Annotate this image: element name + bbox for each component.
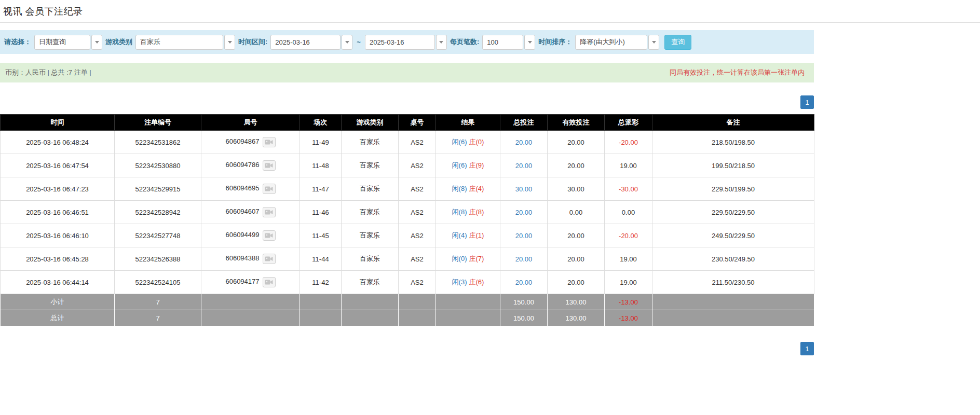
page-size-value[interactable]: 100: [482, 35, 523, 50]
col-game-type: 游戏类别: [342, 115, 399, 131]
subtotal-valid-bet: 130.00: [548, 294, 605, 310]
page-header: 视讯 会员下注纪录: [0, 0, 980, 23]
query-type-label: 请选择：: [4, 37, 31, 47]
cell-bet-id: 522342529915: [115, 177, 201, 201]
subtotal-row: 小计 7 150.00 130.00 -13.00: [1, 294, 814, 310]
result-player: 闲(3): [452, 278, 467, 286]
date-to-select[interactable]: 2025-03-16: [365, 35, 447, 50]
cell-session: 11-46: [300, 201, 342, 224]
result-banker: 庄(4): [469, 185, 484, 192]
cell-round-id: 606094695: [201, 177, 300, 201]
cell-result: 闲(3)庄(6): [436, 271, 500, 294]
result-banker: 庄(9): [469, 161, 484, 169]
sort-value[interactable]: 降幂(由大到小): [575, 35, 647, 50]
cell-remark: 199.50/218.50: [652, 154, 814, 177]
cell-total-bet[interactable]: 30.00: [500, 177, 548, 201]
page-button-1[interactable]: 1: [800, 95, 814, 109]
total-valid-bet: 130.00: [548, 310, 605, 326]
cell-round-id: 606094499: [201, 224, 300, 247]
result-banker: 庄(7): [469, 255, 484, 262]
cell-time: 2025-03-16 06:48:24: [1, 131, 115, 154]
video-icon[interactable]: [263, 230, 276, 241]
cell-total-bet[interactable]: 20.00: [500, 154, 548, 177]
cell-game-type: 百家乐: [342, 154, 399, 177]
round-id-text: 606094177: [225, 278, 259, 285]
video-icon[interactable]: [263, 277, 276, 287]
table-row: 2025-03-16 06:48:24 522342531862 6060948…: [1, 131, 814, 154]
cell-round-id: 606094607: [201, 201, 300, 224]
col-table-no: 桌号: [399, 115, 436, 131]
chevron-down-icon[interactable]: [648, 35, 659, 50]
cell-table-no: AS2: [399, 271, 436, 294]
game-type-value[interactable]: 百家乐: [135, 35, 223, 50]
video-icon[interactable]: [263, 254, 276, 264]
pagination-bottom: 1: [0, 342, 814, 355]
col-round-id: 局号: [201, 115, 300, 131]
col-bet-id: 注单编号: [115, 115, 201, 131]
video-icon[interactable]: [263, 184, 276, 194]
video-icon[interactable]: [263, 137, 276, 147]
cell-total-bet[interactable]: 20.00: [500, 247, 548, 271]
cell-bet-id: 522342531862: [115, 131, 201, 154]
valid-bet-notice: 同局有效投注，统一计算在该局第一张注单内: [670, 68, 809, 77]
cell-payout: -20.00: [605, 131, 652, 154]
col-payout: 总派彩: [605, 115, 652, 131]
cell-total-bet[interactable]: 20.00: [500, 271, 548, 294]
chevron-down-icon[interactable]: [224, 35, 235, 50]
result-player: 闲(4): [452, 231, 467, 239]
chevron-down-icon[interactable]: [91, 35, 102, 50]
page-size-select[interactable]: 100: [482, 35, 535, 50]
chevron-down-icon[interactable]: [524, 35, 535, 50]
chevron-down-icon[interactable]: [436, 35, 447, 50]
cell-valid-bet: 20.00: [548, 224, 605, 247]
result-player: 闲(6): [452, 161, 467, 169]
cell-bet-id: 522342524105: [115, 271, 201, 294]
cell-result: 闲(0)庄(7): [436, 247, 500, 271]
game-type-select[interactable]: 百家乐: [135, 35, 235, 50]
cell-time: 2025-03-16 06:46:51: [1, 201, 115, 224]
cell-valid-bet: 0.00: [548, 201, 605, 224]
round-id-text: 606094499: [225, 231, 259, 239]
cell-result: 闲(8)庄(8): [436, 201, 500, 224]
page-title: 视讯 会员下注纪录: [3, 5, 977, 18]
summary-bar: 币别：人民币 | 总共 :7 注单 | 同局有效投注，统一计算在该局第一张注单内: [0, 63, 814, 82]
cell-payout: -30.00: [605, 177, 652, 201]
round-id-text: 606094786: [225, 161, 259, 169]
chevron-down-icon[interactable]: [342, 35, 352, 50]
cell-game-type: 百家乐: [342, 271, 399, 294]
video-icon[interactable]: [263, 207, 276, 217]
cell-total-bet[interactable]: 20.00: [500, 224, 548, 247]
cell-remark: 249.50/229.50: [652, 224, 814, 247]
video-icon[interactable]: [263, 160, 276, 171]
table-row: 2025-03-16 06:45:28 522342526388 6060943…: [1, 247, 814, 271]
table-footer: 小计 7 150.00 130.00 -13.00 总计 7: [1, 294, 814, 326]
cell-session: 11-47: [300, 177, 342, 201]
cell-round-id: 606094177: [201, 271, 300, 294]
search-button[interactable]: 查询: [664, 35, 691, 50]
cell-valid-bet: 20.00: [548, 247, 605, 271]
query-type-value[interactable]: 日期查询: [34, 35, 90, 50]
cell-table-no: AS2: [399, 154, 436, 177]
total-row: 总计 7 150.00 130.00 -13.00: [1, 310, 814, 326]
date-from-select[interactable]: 2025-03-16: [270, 35, 352, 50]
cell-total-bet[interactable]: 20.00: [500, 131, 548, 154]
cell-session: 11-45: [300, 224, 342, 247]
cell-remark: 230.50/249.50: [652, 247, 814, 271]
page-button-1[interactable]: 1: [800, 342, 814, 355]
table-row: 2025-03-16 06:46:10 522342527748 6060944…: [1, 224, 814, 247]
cell-valid-bet: 20.00: [548, 271, 605, 294]
query-type-select[interactable]: 日期查询: [34, 35, 102, 50]
total-payout: -13.00: [605, 310, 652, 326]
date-to-value[interactable]: 2025-03-16: [365, 35, 435, 50]
cell-table-no: AS2: [399, 247, 436, 271]
date-from-value[interactable]: 2025-03-16: [270, 35, 341, 50]
cell-payout: -20.00: [605, 224, 652, 247]
cell-round-id: 606094388: [201, 247, 300, 271]
sort-select[interactable]: 降幂(由大到小): [575, 35, 659, 50]
cell-round-id: 606094786: [201, 154, 300, 177]
cell-game-type: 百家乐: [342, 247, 399, 271]
result-banker: 庄(1): [469, 231, 484, 239]
cell-bet-id: 522342528942: [115, 201, 201, 224]
cell-total-bet[interactable]: 20.00: [500, 201, 548, 224]
time-range-label: 时间区间:: [238, 37, 267, 47]
